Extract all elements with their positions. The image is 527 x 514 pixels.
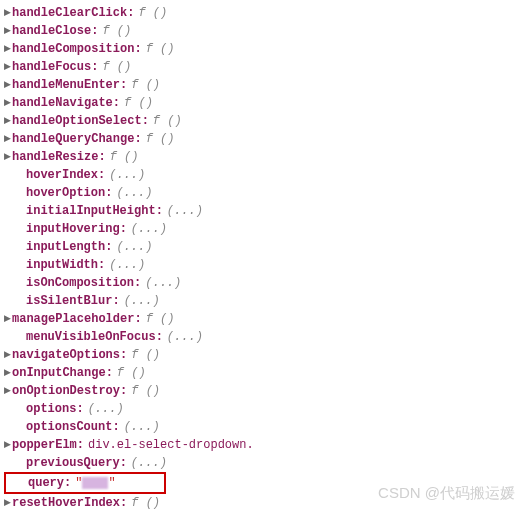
colon-separator: : — [112, 292, 119, 310]
property-key: optionsCount — [26, 418, 112, 436]
property-key: handleMenuEnter — [12, 76, 120, 94]
property-value: (...) — [88, 400, 124, 418]
property-row[interactable]: ▶handleOptionSelect:f () — [2, 112, 527, 130]
property-value: (...) — [116, 184, 152, 202]
expand-arrow-icon[interactable]: ▶ — [2, 24, 12, 38]
expand-arrow-icon[interactable]: ▶ — [2, 42, 12, 56]
expand-arrow-icon[interactable]: ▶ — [2, 348, 12, 362]
property-value: div.el-select-dropdown. — [88, 436, 254, 454]
expand-arrow-icon[interactable]: ▶ — [2, 78, 12, 92]
property-row: menuVisibleOnFocus:(...) — [2, 328, 527, 346]
colon-separator: : — [120, 220, 127, 238]
property-row: isOnComposition:(...) — [2, 274, 527, 292]
colon-separator: : — [120, 454, 127, 472]
colon-separator: : — [134, 40, 141, 58]
property-key: inputHovering — [26, 220, 120, 238]
colon-separator: : — [98, 256, 105, 274]
property-value: f () — [131, 346, 160, 364]
property-row: inputHovering:(...) — [2, 220, 527, 238]
property-key: handleQueryChange — [12, 130, 134, 148]
property-row: optionsCount:(...) — [2, 418, 527, 436]
expand-arrow-icon[interactable]: ▶ — [2, 438, 12, 452]
property-row[interactable]: ▶popperElm:div.el-select-dropdown. — [2, 436, 527, 454]
property-row[interactable]: ▶onInputChange:f () — [2, 364, 527, 382]
property-key: handleClose — [12, 22, 91, 40]
property-value: (...) — [109, 256, 145, 274]
property-row[interactable]: ▶handleClearClick:f () — [2, 4, 527, 22]
colon-separator: : — [112, 418, 119, 436]
expand-arrow-icon[interactable]: ▶ — [2, 150, 12, 164]
colon-separator: : — [76, 400, 83, 418]
property-value: f () — [153, 112, 182, 130]
property-key: isOnComposition — [26, 274, 134, 292]
expand-arrow-icon[interactable]: ▶ — [2, 384, 12, 398]
property-value: f () — [110, 148, 139, 166]
colon-separator: : — [105, 184, 112, 202]
property-row: previousQuery:(...) — [2, 454, 527, 472]
property-key: navigateOptions — [12, 346, 120, 364]
property-value: (...) — [167, 202, 203, 220]
property-value: (...) — [124, 418, 160, 436]
expand-arrow-icon[interactable]: ▶ — [2, 114, 12, 128]
property-value: (...) — [131, 454, 167, 472]
property-row: initialInputHeight:(...) — [2, 202, 527, 220]
property-key: onInputChange — [12, 364, 106, 382]
expand-arrow-icon[interactable]: ▶ — [2, 6, 12, 20]
property-row: hoverIndex:(...) — [2, 166, 527, 184]
expand-arrow-icon[interactable]: ▶ — [2, 496, 12, 510]
expand-arrow-icon[interactable]: ▶ — [2, 366, 12, 380]
property-row[interactable]: ▶handleNavigate:f () — [2, 94, 527, 112]
property-value: (...) — [109, 166, 145, 184]
property-row[interactable]: ▶handleQueryChange:f () — [2, 130, 527, 148]
property-row: isSilentBlur:(...) — [2, 292, 527, 310]
property-value: f () — [138, 4, 167, 22]
property-key: inputLength — [26, 238, 105, 256]
property-row[interactable]: ▶onOptionDestroy:f () — [2, 382, 527, 400]
property-key: initialInputHeight — [26, 202, 156, 220]
property-row[interactable]: ▶handleComposition:f () — [2, 40, 527, 58]
colon-separator: : — [156, 328, 163, 346]
property-key: handleComposition — [12, 40, 134, 58]
property-value: f () — [146, 130, 175, 148]
property-value: (...) — [145, 274, 181, 292]
colon-separator: : — [134, 310, 141, 328]
colon-separator: : — [113, 94, 120, 112]
property-value: f () — [124, 94, 153, 112]
colon-separator: : — [134, 130, 141, 148]
colon-separator: : — [91, 58, 98, 76]
colon-separator: : — [127, 4, 134, 22]
colon-separator: : — [106, 364, 113, 382]
colon-separator: : — [77, 436, 84, 454]
property-key: onOptionDestroy — [12, 382, 120, 400]
property-value: f () — [102, 22, 131, 40]
colon-separator: : — [98, 166, 105, 184]
property-key: isSilentBlur — [26, 292, 112, 310]
property-row[interactable]: ▶resetHoverIndex:f () — [2, 494, 527, 512]
expand-arrow-icon[interactable]: ▶ — [2, 96, 12, 110]
property-key: hoverIndex — [26, 166, 98, 184]
property-key: previousQuery — [26, 454, 120, 472]
property-row[interactable]: ▶handleMenuEnter:f () — [2, 76, 527, 94]
property-value: (...) — [116, 238, 152, 256]
expand-arrow-icon[interactable]: ▶ — [2, 312, 12, 326]
property-key: handleResize — [12, 148, 98, 166]
colon-separator: : — [64, 474, 71, 492]
colon-separator: : — [134, 274, 141, 292]
property-row: inputWidth:(...) — [2, 256, 527, 274]
property-row[interactable]: ▶handleClose:f () — [2, 22, 527, 40]
colon-separator: : — [91, 22, 98, 40]
expand-arrow-icon[interactable]: ▶ — [2, 132, 12, 146]
property-row: options:(...) — [2, 400, 527, 418]
property-value: (...) — [167, 328, 203, 346]
property-row[interactable]: ▶managePlaceholder:f () — [2, 310, 527, 328]
property-value: f () — [131, 76, 160, 94]
property-row[interactable]: ▶handleFocus:f () — [2, 58, 527, 76]
property-row[interactable]: ▶handleResize:f () — [2, 148, 527, 166]
property-row: hoverOption:(...) — [2, 184, 527, 202]
property-value: f () — [131, 494, 160, 512]
property-key: handleOptionSelect — [12, 112, 142, 130]
colon-separator: : — [142, 112, 149, 130]
expand-arrow-icon[interactable]: ▶ — [2, 60, 12, 74]
property-key: options — [26, 400, 76, 418]
property-row[interactable]: ▶navigateOptions:f () — [2, 346, 527, 364]
